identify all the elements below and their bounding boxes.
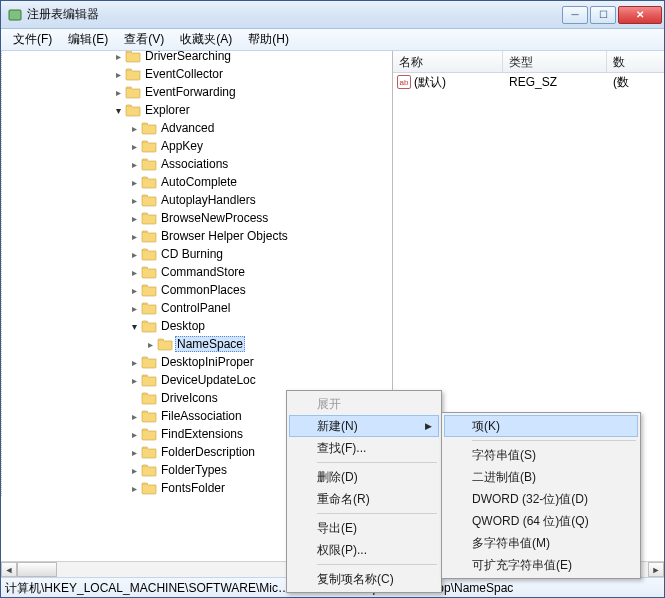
menu-help[interactable]: 帮助(H) (240, 29, 297, 50)
menu-view[interactable]: 查看(V) (116, 29, 172, 50)
separator (317, 513, 437, 514)
context-submenu-new: 项(K) 字符串值(S) 二进制值(B) DWORD (32-位)值(D) QW… (441, 412, 641, 579)
tree-node[interactable]: ▸Browser Helper Objects (1, 227, 392, 245)
expand-closed-icon[interactable]: ▸ (127, 463, 141, 477)
expand-closed-icon[interactable]: ▸ (127, 193, 141, 207)
tree-node[interactable]: ▸NameSpace (1, 335, 392, 353)
tree-node[interactable]: ▸AutoComplete (1, 173, 392, 191)
expand-closed-icon[interactable]: ▸ (127, 445, 141, 459)
expand-closed-icon[interactable]: ▸ (111, 85, 125, 99)
ctx-rename[interactable]: 重命名(R) (289, 488, 439, 510)
tree-label: ControlPanel (159, 301, 232, 315)
expand-closed-icon[interactable]: ▸ (127, 373, 141, 387)
menu-favorites[interactable]: 收藏夹(A) (172, 29, 240, 50)
tree-label: EventCollector (143, 67, 225, 81)
tree-node[interactable]: ▸CommandStore (1, 263, 392, 281)
ctx-new-qword[interactable]: QWORD (64 位)值(Q) (444, 510, 638, 532)
scroll-right-icon[interactable]: ► (648, 562, 664, 577)
expand-closed-icon[interactable]: ▸ (127, 355, 141, 369)
expand-closed-icon[interactable]: ▸ (127, 409, 141, 423)
value-name: (默认) (414, 74, 446, 91)
ctx-new-key[interactable]: 项(K) (444, 415, 638, 437)
tree-node[interactable]: ▸AutoplayHandlers (1, 191, 392, 209)
expand-closed-icon[interactable]: ▸ (127, 247, 141, 261)
col-name[interactable]: 名称 (393, 51, 503, 72)
tree-label: BrowseNewProcess (159, 211, 270, 225)
expand-closed-icon[interactable]: ▸ (127, 481, 141, 495)
menubar: 文件(F) 编辑(E) 查看(V) 收藏夹(A) 帮助(H) (1, 29, 664, 51)
expand-closed-icon[interactable]: ▸ (127, 157, 141, 171)
tree-label: Desktop (159, 319, 207, 333)
expand-closed-icon[interactable]: ▸ (127, 229, 141, 243)
tree-node[interactable]: ▸CD Burning (1, 245, 392, 263)
string-value-icon: ab (397, 75, 411, 89)
ctx-new-label: 新建(N) (317, 418, 358, 435)
ctx-new-multistring[interactable]: 多字符串值(M) (444, 532, 638, 554)
col-type[interactable]: 类型 (503, 51, 607, 72)
tree-node[interactable]: ▸EventForwarding (1, 83, 392, 101)
scroll-left-icon[interactable]: ◄ (1, 562, 17, 577)
submenu-arrow-icon: ▶ (425, 421, 432, 431)
tree-node[interactable]: ▸AppKey (1, 137, 392, 155)
tree-label: FolderTypes (159, 463, 229, 477)
ctx-new-binary[interactable]: 二进制值(B) (444, 466, 638, 488)
expand-closed-icon[interactable]: ▸ (111, 51, 125, 63)
ctx-delete[interactable]: 删除(D) (289, 466, 439, 488)
col-data[interactable]: 数 (607, 51, 664, 72)
separator (317, 462, 437, 463)
tree-node[interactable]: ▸DeviceUpdateLoc (1, 371, 392, 389)
tree-node[interactable]: ▾Explorer (1, 101, 392, 119)
tree-label: CommonPlaces (159, 283, 248, 297)
ctx-expand[interactable]: 展开 (289, 393, 439, 415)
app-icon (7, 7, 23, 23)
expand-closed-icon[interactable] (127, 391, 141, 405)
list-row[interactable]: ab (默认) REG_SZ (数 (393, 73, 664, 91)
ctx-permissions[interactable]: 权限(P)... (289, 539, 439, 561)
menu-file[interactable]: 文件(F) (5, 29, 60, 50)
tree-label: FindExtensions (159, 427, 245, 441)
tree-label: Browser Helper Objects (159, 229, 290, 243)
tree-label: CommandStore (159, 265, 247, 279)
cell-data: (数 (607, 74, 664, 91)
tree-node[interactable]: ▸DesktopIniProper (1, 353, 392, 371)
expand-closed-icon[interactable]: ▸ (127, 283, 141, 297)
titlebar[interactable]: 注册表编辑器 ─ ☐ ✕ (1, 1, 664, 29)
tree-node[interactable]: ▸EventCollector (1, 65, 392, 83)
tree-node[interactable]: ▸BrowseNewProcess (1, 209, 392, 227)
tree-node[interactable]: ▸ControlPanel (1, 299, 392, 317)
tree-label: AutoplayHandlers (159, 193, 258, 207)
menu-edit[interactable]: 编辑(E) (60, 29, 116, 50)
expand-closed-icon[interactable]: ▸ (143, 337, 157, 351)
tree-node[interactable]: ▸Advanced (1, 119, 392, 137)
expand-closed-icon[interactable]: ▸ (111, 67, 125, 81)
minimize-button[interactable]: ─ (562, 6, 588, 24)
expand-closed-icon[interactable]: ▸ (127, 427, 141, 441)
ctx-new-dword[interactable]: DWORD (32-位)值(D) (444, 488, 638, 510)
ctx-new-expandstring[interactable]: 可扩充字符串值(E) (444, 554, 638, 576)
tree-node[interactable]: ▸DriverSearching (1, 51, 392, 65)
expand-closed-icon[interactable]: ▸ (127, 211, 141, 225)
ctx-new-string[interactable]: 字符串值(S) (444, 444, 638, 466)
tree-label: NameSpace (175, 336, 245, 352)
expand-closed-icon[interactable]: ▸ (127, 265, 141, 279)
ctx-new[interactable]: 新建(N)▶ (289, 415, 439, 437)
expand-open-icon[interactable]: ▾ (127, 319, 141, 333)
close-button[interactable]: ✕ (618, 6, 662, 24)
ctx-copy-key-name[interactable]: 复制项名称(C) (289, 568, 439, 590)
expand-closed-icon[interactable]: ▸ (127, 121, 141, 135)
tree-label: AppKey (159, 139, 205, 153)
expand-closed-icon[interactable]: ▸ (127, 175, 141, 189)
tree-label: FileAssociation (159, 409, 244, 423)
tree-node[interactable]: ▸Associations (1, 155, 392, 173)
scroll-thumb[interactable] (17, 562, 57, 577)
ctx-export[interactable]: 导出(E) (289, 517, 439, 539)
tree-node[interactable]: ▸CommonPlaces (1, 281, 392, 299)
maximize-button[interactable]: ☐ (590, 6, 616, 24)
list-header: 名称 类型 数 (393, 51, 664, 73)
tree-label: FolderDescription (159, 445, 257, 459)
expand-closed-icon[interactable]: ▸ (127, 139, 141, 153)
expand-open-icon[interactable]: ▾ (111, 103, 125, 117)
tree-node[interactable]: ▾Desktop (1, 317, 392, 335)
ctx-find[interactable]: 查找(F)... (289, 437, 439, 459)
expand-closed-icon[interactable]: ▸ (127, 301, 141, 315)
